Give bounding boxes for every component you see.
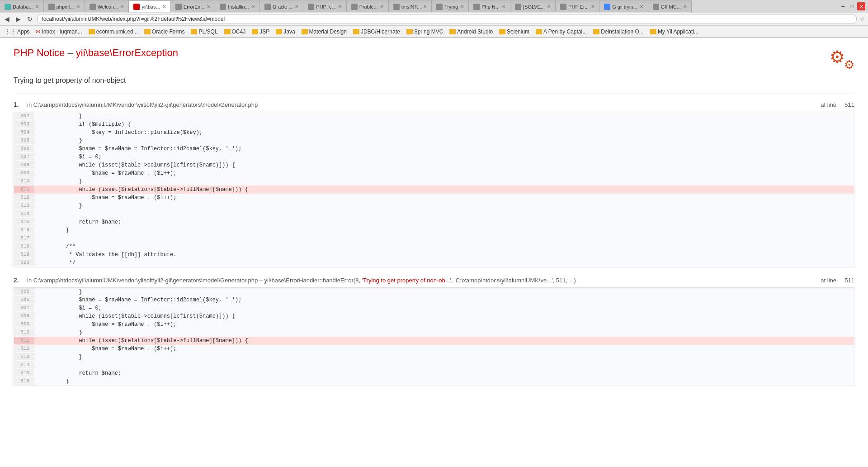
apps-icon: ⋮⋮ [5,29,16,35]
url-input[interactable] [37,14,857,24]
tab-label: PHP Er... [568,4,589,10]
tab-close-btn[interactable]: ✕ [76,4,80,9]
tab-label: Trying [444,4,458,10]
tab-installing[interactable]: Installin... ✕ [215,0,259,12]
bookmark-label: Selenium [507,29,529,35]
bookmark-android[interactable]: Android Studio [447,28,495,36]
code-line: 506 $name = $rawName = Inflector::id2cam… [14,145,854,153]
bookmark-apps[interactable]: ⋮⋮ Apps [3,28,32,36]
back-btn[interactable]: ◀ [3,14,11,24]
bookmark-ecomm[interactable]: ecomm.umk.ed... [86,28,140,36]
code-line: 504 $key = Inflector::pluralize($key); [14,129,854,137]
tab-favicon [515,4,521,10]
tab-giitrying[interactable]: G gii tryin... ✕ [599,0,648,12]
tab-giimc[interactable]: GII MC... ✕ [648,0,692,12]
tab-phpn[interactable]: Php N... ✕ [469,0,510,12]
tab-database[interactable]: Databa... ✕ [0,0,44,12]
tab-favicon [264,4,271,10]
maximize-btn[interactable]: □ [848,2,856,10]
error-title-area: PHP Notice – yii\base\ErrorException [14,47,178,59]
code-line: 502 } [14,112,854,120]
tab-favicon [5,4,11,10]
tab-oracle[interactable]: Oracle ... ✕ [260,0,304,12]
bookmark-oc4j[interactable]: OC4J [222,28,248,36]
minimize-btn[interactable]: ─ [839,2,847,10]
tab-yiibase[interactable]: yii\bas... ✕ [129,0,170,12]
tab-label: Oracle ... [273,4,293,10]
code-line: 512 $name = $rawName . ($i++); [14,194,854,202]
tab-close-btn[interactable]: ✕ [120,4,124,9]
tab-phper[interactable]: PHP Er... ✕ [556,0,599,12]
tab-trying[interactable]: Trying ✕ [432,0,469,12]
tab-close-btn[interactable]: ✕ [295,4,298,9]
refresh-btn[interactable]: ↻ [25,14,34,24]
code-line: 520 */ [14,259,854,267]
error-title: PHP Notice – yii\base\ErrorException [14,47,178,59]
tab-label: Proble... [359,4,378,10]
tab-label: Databa... [13,4,33,10]
tab-close-btn[interactable]: ✕ [380,4,384,9]
stack-number-1: 1. [14,101,23,108]
tab-label: PHP: c... [316,4,335,10]
code-line: 507 $i = 0; [14,304,854,312]
code-line: 508 while (isset($table->columns[lcfirst… [14,312,854,320]
bookmark-myyii[interactable]: My Yii Applicati... [648,28,701,36]
bookmark-java[interactable]: Java [274,28,297,36]
mail-icon: ✉ [36,29,40,35]
bookmark-jsp[interactable]: JSP [250,28,272,36]
tab-close-btn[interactable]: ✕ [207,4,210,9]
tab-close-btn[interactable]: ✕ [591,4,594,9]
tab-close-btn[interactable]: ✕ [162,4,166,9]
tab-phpinfo[interactable]: phpinf... ✕ [44,0,85,12]
tab-close-btn[interactable]: ✕ [460,4,464,9]
bookmark-inbox[interactable]: ✉ Inbox - luqman... [33,28,84,36]
tab-close-btn[interactable]: ✕ [35,4,39,9]
browser-chrome: Databa... ✕ phpinf... ✕ Welcon... ✕ yii\… [0,0,868,38]
line-number: 504 [14,129,34,136]
bookmark-material-design[interactable]: Material Design [299,28,349,36]
tab-favicon [133,4,140,10]
tab-tmsint[interactable]: tmsINT... ✕ [389,0,432,12]
line-content [34,234,40,236]
tab-close-btn[interactable]: ✕ [683,4,687,9]
line-number: 508 [14,312,34,319]
bookmark-deinstall[interactable]: Deinstallation O... [591,28,646,36]
tab-welcome[interactable]: Welcon... ✕ [85,0,129,12]
bookmark-label: Deinstallation O... [601,29,644,35]
tab-close-btn[interactable]: ✕ [338,4,342,9]
bookmark-star-btn[interactable]: ☆ [859,15,865,23]
tab-problem[interactable]: Proble... ✕ [347,0,389,12]
bookmark-pen[interactable]: A Pen by Captai... [533,28,589,36]
code-line: 509 $name = $rawName . ($i++); [14,169,854,177]
line-content [34,210,40,212]
tab-close-btn[interactable]: ✕ [502,4,505,9]
bookmark-oracle-forms[interactable]: Oracle Forms [142,28,187,36]
tab-close-btn[interactable]: ✕ [640,4,643,9]
error-text-ref: 'Trying to get property of non-ob...' [362,277,451,284]
bookmark-spring[interactable]: Spring MVC [404,28,446,36]
line-content: } [34,329,82,337]
exception-name: yii\base\ErrorException [76,47,178,58]
bookmark-plsql[interactable]: PL/SQL [189,28,220,36]
tab-close-btn[interactable]: ✕ [547,4,551,9]
line-content: } [34,377,69,386]
stack-header-1: 1. in C:\xampp\htdocs\yii\alumniUMK\vend… [14,101,854,108]
bookmark-jdbc[interactable]: JDBC/Hibernate [351,28,402,36]
gear-small-icon: ⚙ [844,58,854,72]
bookmark-label: My Yii Applicati... [658,29,698,35]
forward-btn[interactable]: ▶ [14,14,23,24]
bookmark-selenium[interactable]: Selenium [497,28,532,36]
line-content: $name = $rawName = Inflector::id2camel($… [34,296,241,304]
close-btn[interactable]: ✕ [857,2,865,10]
line-content: $i = 0; [34,153,102,161]
tab-close-btn[interactable]: ✕ [251,4,255,9]
code-line: 512 $name = $rawName . ($i++); [14,345,854,353]
tab-solve[interactable]: [SOLVE... ✕ [510,0,556,12]
tab-errorex[interactable]: ErrorEx... ✕ [171,0,215,12]
tab-favicon [48,4,55,10]
tab-close-btn[interactable]: ✕ [423,4,427,9]
code-line: 514 [14,361,854,369]
tab-phpc[interactable]: PHP: c... ✕ [303,0,346,12]
code-line: 516 } [14,226,854,234]
line-content: } [34,137,82,145]
